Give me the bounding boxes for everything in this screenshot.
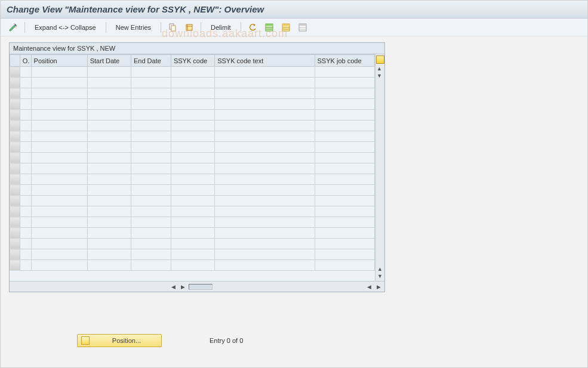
cell[interactable] [31, 163, 87, 174]
row-selector[interactable] [10, 67, 20, 78]
cell[interactable] [171, 99, 214, 110]
cell[interactable] [20, 206, 31, 217]
cell[interactable] [87, 120, 131, 131]
cell[interactable] [315, 99, 374, 110]
scroll-down-icon[interactable]: ▼ [376, 72, 383, 79]
cell[interactable] [31, 228, 87, 239]
cell[interactable] [215, 206, 315, 217]
cell[interactable] [315, 67, 374, 78]
cell[interactable] [215, 153, 315, 163]
cell[interactable] [87, 78, 131, 88]
position-button[interactable]: Position... [77, 334, 162, 347]
delimit-button[interactable]: Delimit [206, 22, 236, 33]
cell[interactable] [131, 217, 171, 228]
cell[interactable] [171, 206, 214, 217]
cell[interactable] [215, 99, 315, 110]
row-selector[interactable] [10, 228, 20, 239]
cell[interactable] [131, 78, 171, 88]
cell[interactable] [31, 131, 87, 142]
row-selector[interactable] [10, 185, 20, 196]
select-all-icon[interactable] [263, 21, 276, 33]
cell[interactable] [87, 174, 131, 185]
cell[interactable] [215, 260, 315, 271]
cell[interactable] [215, 249, 315, 260]
scroll-up-icon[interactable]: ▲ [376, 65, 383, 72]
cell[interactable] [171, 153, 214, 163]
cell[interactable] [20, 260, 31, 271]
cell[interactable] [171, 142, 214, 153]
cell[interactable] [131, 88, 171, 99]
cell[interactable] [315, 131, 374, 142]
cell[interactable] [215, 131, 315, 142]
col-header-start-date[interactable]: Start Date [87, 55, 131, 67]
row-selector[interactable] [10, 217, 20, 228]
cell[interactable] [20, 174, 31, 185]
row-selector[interactable] [10, 249, 20, 260]
cell[interactable] [87, 110, 131, 120]
cell[interactable] [31, 185, 87, 196]
cell[interactable] [87, 131, 131, 142]
cell[interactable] [87, 153, 131, 163]
cell[interactable] [171, 228, 214, 239]
cell[interactable] [20, 185, 31, 196]
cell[interactable] [171, 110, 214, 120]
row-selector[interactable] [10, 153, 20, 163]
cell[interactable] [131, 99, 171, 110]
cell[interactable] [315, 206, 374, 217]
cell[interactable] [20, 131, 31, 142]
table-row[interactable] [10, 131, 375, 142]
cell[interactable] [215, 174, 315, 185]
cell[interactable] [20, 196, 31, 206]
table-row[interactable] [10, 185, 375, 196]
cell[interactable] [31, 142, 87, 153]
row-selector[interactable] [10, 142, 20, 153]
cell[interactable] [171, 196, 214, 206]
cell[interactable] [87, 67, 131, 78]
cell[interactable] [20, 88, 31, 99]
table-row[interactable] [10, 206, 375, 217]
table-row[interactable] [10, 174, 375, 185]
table-row[interactable] [10, 249, 375, 260]
cell[interactable] [87, 88, 131, 99]
cell[interactable] [171, 249, 214, 260]
scroll-up-icon[interactable]: ▲ [377, 265, 384, 273]
col-header-ssyk-job-code[interactable]: SSYK job code [315, 55, 374, 67]
cell[interactable] [215, 78, 315, 88]
cell[interactable] [215, 88, 315, 99]
cell[interactable] [171, 185, 214, 196]
cell[interactable] [131, 206, 171, 217]
table-row[interactable] [10, 239, 375, 249]
cell[interactable] [87, 185, 131, 196]
row-selector[interactable] [10, 78, 20, 88]
cell[interactable] [315, 196, 374, 206]
cell[interactable] [131, 163, 171, 174]
cell[interactable] [215, 217, 315, 228]
scroll-thumb[interactable] [189, 284, 213, 290]
row-selector[interactable] [10, 196, 20, 206]
cell[interactable] [31, 88, 87, 99]
cell[interactable] [131, 142, 171, 153]
cell[interactable] [315, 110, 374, 120]
table-row[interactable] [10, 260, 375, 271]
cell[interactable] [20, 67, 31, 78]
cell[interactable] [315, 78, 374, 88]
cell[interactable] [215, 110, 315, 120]
cell[interactable] [171, 217, 214, 228]
table-row[interactable] [10, 153, 375, 163]
cell[interactable] [87, 142, 131, 153]
cell[interactable] [315, 228, 374, 239]
cell[interactable] [131, 153, 171, 163]
cell[interactable] [20, 142, 31, 153]
cell[interactable] [171, 174, 214, 185]
cell[interactable] [315, 153, 374, 163]
cell[interactable] [20, 120, 31, 131]
cell[interactable] [20, 217, 31, 228]
cell[interactable] [315, 217, 374, 228]
cell[interactable] [131, 260, 171, 271]
cell[interactable] [31, 217, 87, 228]
cell[interactable] [315, 174, 374, 185]
new-entries-button[interactable]: New Entries [111, 22, 156, 33]
cell[interactable] [31, 153, 87, 163]
table-row[interactable] [10, 228, 375, 239]
cell[interactable] [131, 67, 171, 78]
